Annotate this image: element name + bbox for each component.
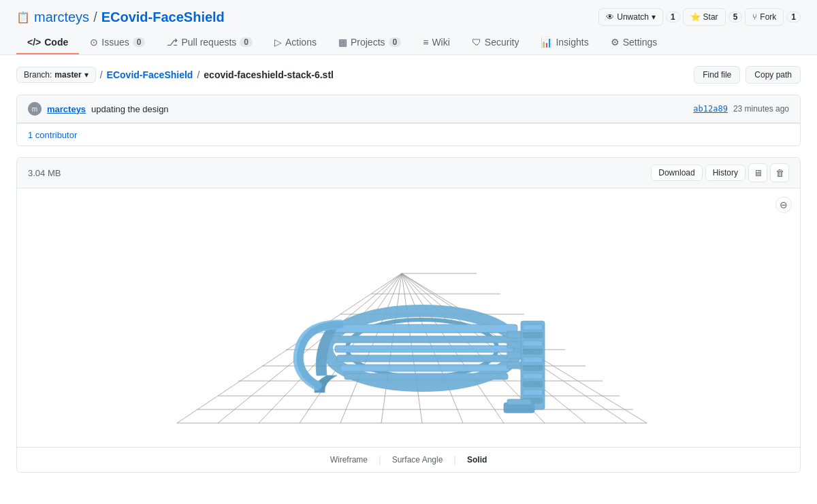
commit-time: 23 minutes ago bbox=[733, 104, 789, 114]
svg-rect-32 bbox=[345, 373, 508, 380]
fork-count-badge: 1 bbox=[786, 12, 801, 22]
commit-info-box: m marcteys updating the design ab12a89 2… bbox=[16, 95, 801, 146]
svg-text:m: m bbox=[32, 105, 37, 113]
file-viewer: 3.04 MB Download History 🖥 🗑 ⊖ bbox=[16, 157, 801, 473]
commit-author-link[interactable]: marcteys bbox=[47, 104, 86, 114]
breadcrumb-bar: Branch: master ▾ / ECovid-FaceShield / e… bbox=[16, 66, 801, 84]
solid-mode-button[interactable]: Solid bbox=[467, 455, 487, 465]
contributors-link[interactable]: 1 contributor bbox=[28, 130, 77, 140]
wiki-icon: ≡ bbox=[423, 37, 428, 48]
file-size: 3.04 MB bbox=[28, 168, 61, 178]
reset-icon: ⊖ bbox=[780, 199, 788, 210]
commit-sha-link[interactable]: ab12a89 bbox=[693, 104, 728, 114]
svg-rect-39 bbox=[523, 365, 543, 371]
svg-rect-42 bbox=[523, 390, 543, 395]
repo-action-buttons: 👁 Unwatch ▾ 1 ⭐ Star 5 ⑂ Fork 1 bbox=[598, 8, 801, 26]
breadcrumb-separator: / bbox=[100, 69, 103, 80]
svg-rect-40 bbox=[523, 373, 543, 379]
projects-icon: ▦ bbox=[338, 37, 347, 48]
find-file-button[interactable]: Find file bbox=[694, 66, 740, 84]
delete-file-button[interactable]: 🗑 bbox=[770, 163, 789, 182]
tab-pull-requests[interactable]: ⎇ Pull requests 0 bbox=[156, 31, 263, 54]
svg-rect-30 bbox=[337, 355, 511, 362]
tab-insights[interactable]: 📊 Insights bbox=[530, 31, 599, 54]
watch-chevron-icon: ▾ bbox=[652, 12, 656, 22]
tab-security[interactable]: 🛡 Security bbox=[461, 31, 530, 54]
pr-icon: ⎇ bbox=[167, 37, 178, 48]
svg-rect-34 bbox=[523, 324, 543, 330]
branch-label: Branch: bbox=[24, 70, 52, 80]
desktop-view-button[interactable]: 🖥 bbox=[748, 163, 767, 182]
separator-2: | bbox=[453, 454, 456, 465]
svg-rect-45 bbox=[507, 399, 531, 405]
branch-selector[interactable]: Branch: master ▾ bbox=[16, 67, 96, 83]
svg-rect-28 bbox=[332, 336, 516, 343]
svg-rect-38 bbox=[523, 357, 543, 363]
code-icon: </> bbox=[27, 37, 41, 48]
tab-settings[interactable]: ⚙ Settings bbox=[600, 31, 669, 54]
trash-icon: 🗑 bbox=[775, 168, 784, 178]
history-button[interactable]: History bbox=[705, 165, 746, 181]
fork-button[interactable]: ⑂ Fork bbox=[745, 8, 784, 26]
issues-icon: ⊙ bbox=[90, 37, 98, 48]
monitor-icon: 🖥 bbox=[754, 168, 763, 178]
star-button[interactable]: ⭐ Star bbox=[683, 8, 726, 26]
svg-rect-37 bbox=[523, 349, 543, 354]
file-toolbar: 3.04 MB Download History 🖥 🗑 bbox=[17, 158, 800, 188]
breadcrumb-file-actions: Find file Copy path bbox=[694, 66, 801, 84]
repo-separator: / bbox=[93, 10, 97, 25]
separator-1: | bbox=[379, 454, 381, 465]
svg-rect-35 bbox=[523, 333, 543, 338]
breadcrumb-repo-link[interactable]: ECovid-FaceShield bbox=[107, 69, 193, 80]
projects-count: 0 bbox=[389, 37, 402, 47]
commit-meta: ab12a89 23 minutes ago bbox=[693, 104, 789, 114]
tab-code[interactable]: </> Code bbox=[16, 31, 79, 54]
svg-rect-27 bbox=[330, 324, 517, 333]
issues-count: 0 bbox=[133, 37, 146, 47]
eye-icon: 👁 bbox=[606, 12, 614, 22]
copy-path-button[interactable]: Copy path bbox=[746, 66, 801, 84]
commit-message: updating the design bbox=[91, 104, 168, 114]
avatar: m bbox=[28, 102, 42, 116]
wireframe-mode-button[interactable]: Wireframe bbox=[330, 455, 368, 465]
viewer-footer: Wireframe | Surface Angle | Solid bbox=[17, 447, 800, 472]
nav-tabs: </> Code ⊙ Issues 0 ⎇ Pull requests 0 ▷ … bbox=[16, 31, 801, 54]
actions-icon: ▷ bbox=[274, 37, 282, 48]
contributors-bar: 1 contributor bbox=[17, 123, 800, 146]
breadcrumb-slash: / bbox=[197, 69, 199, 80]
branch-name: master bbox=[54, 70, 81, 80]
repo-owner-link[interactable]: marcteys bbox=[34, 10, 89, 25]
insights-icon: 📊 bbox=[541, 37, 552, 48]
stl-viewer[interactable]: ⊖ bbox=[17, 188, 800, 447]
3d-model-svg bbox=[129, 192, 688, 443]
svg-rect-29 bbox=[335, 346, 513, 352]
watch-button[interactable]: 👁 Unwatch ▾ bbox=[598, 8, 663, 26]
pr-count: 0 bbox=[240, 37, 253, 47]
star-icon: ⭐ bbox=[690, 12, 701, 22]
surface-angle-mode-button[interactable]: Surface Angle bbox=[392, 455, 443, 465]
repo-name-link[interactable]: ECovid-FaceShield bbox=[101, 10, 225, 25]
tab-wiki[interactable]: ≡ Wiki bbox=[412, 31, 461, 54]
tab-projects[interactable]: ▦ Projects 0 bbox=[327, 31, 412, 54]
download-button[interactable]: Download bbox=[651, 165, 702, 181]
commit-info: m marcteys updating the design bbox=[28, 102, 169, 116]
svg-rect-31 bbox=[340, 365, 509, 371]
svg-rect-36 bbox=[523, 341, 543, 346]
security-icon: 🛡 bbox=[472, 37, 481, 48]
tab-actions[interactable]: ▷ Actions bbox=[263, 31, 327, 54]
svg-rect-41 bbox=[523, 382, 543, 387]
tab-issues[interactable]: ⊙ Issues 0 bbox=[79, 31, 156, 54]
breadcrumb: Branch: master ▾ / ECovid-FaceShield / e… bbox=[16, 67, 334, 83]
watch-count-badge: 1 bbox=[666, 12, 680, 22]
settings-icon: ⚙ bbox=[611, 37, 620, 48]
breadcrumb-filename: ecovid-faceshield-stack-6.stl bbox=[204, 69, 334, 80]
repo-icon: 📋 bbox=[16, 11, 30, 24]
reset-view-button[interactable]: ⊖ bbox=[775, 197, 792, 213]
star-count-badge: 5 bbox=[728, 12, 743, 22]
chevron-down-icon: ▾ bbox=[84, 70, 89, 80]
file-actions: Download History 🖥 🗑 bbox=[651, 163, 789, 182]
fork-icon: ⑂ bbox=[752, 12, 757, 22]
